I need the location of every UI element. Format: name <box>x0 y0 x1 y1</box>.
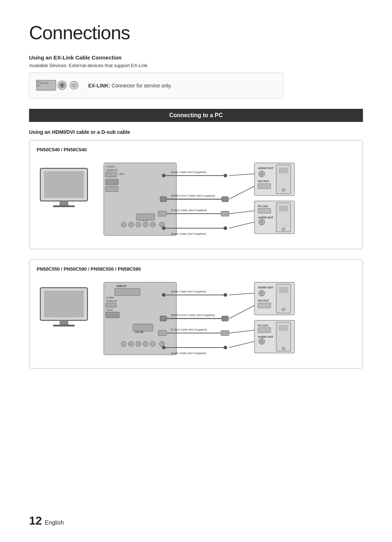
svg-text:DVI OUT: DVI OUT <box>258 299 269 302</box>
svg-rect-38 <box>221 211 229 216</box>
svg-point-84 <box>150 341 155 346</box>
exlink-subtext: Available Devices: External devices that… <box>29 63 363 68</box>
svg-line-62 <box>229 174 254 176</box>
svg-point-6 <box>61 84 63 86</box>
exlink-description: EX-LINK: Connector for service only. <box>88 83 172 89</box>
svg-point-83 <box>143 341 148 346</box>
svg-rect-75 <box>106 303 117 307</box>
svg-point-82 <box>136 341 141 346</box>
svg-point-116 <box>260 340 263 343</box>
svg-text:DVI OUT: DVI OUT <box>258 180 269 183</box>
svg-rect-107 <box>258 303 271 308</box>
svg-point-81 <box>128 341 134 346</box>
svg-line-120 <box>229 293 254 295</box>
svg-rect-12 <box>53 205 75 207</box>
svg-rect-18 <box>106 179 118 185</box>
svg-rect-55 <box>258 208 271 213</box>
svg-point-30 <box>224 174 227 177</box>
svg-point-23 <box>128 222 134 227</box>
svg-rect-16 <box>106 172 117 177</box>
diagram2-box: PN50C550 / PN50C590 / PN58C550 / PN58C59… <box>29 259 363 369</box>
svg-text:PC/DVI: PC/DVI <box>106 165 115 168</box>
svg-point-24 <box>136 222 141 227</box>
diagram2-svg: HDMI IN PC/DVI AUDIO IN 1 DVI PC IN <box>37 277 371 360</box>
svg-text:Audio Cable (Not Supplied): Audio Cable (Not Supplied) <box>171 171 206 174</box>
svg-rect-51 <box>279 168 288 173</box>
svg-text:AUDIO IN: AUDIO IN <box>106 300 117 302</box>
diagram1-title: PN50C540 / PN58C540 <box>37 147 355 152</box>
svg-text:HDMI to DVI Cable (Not Supplie: HDMI to DVI Cable (Not Supplied) <box>171 313 215 317</box>
svg-rect-79 <box>133 324 153 331</box>
svg-point-8 <box>72 83 76 87</box>
svg-text:1 DVI: 1 DVI <box>106 309 113 311</box>
svg-point-29 <box>162 174 166 177</box>
svg-text:AUDIO OUT: AUDIO OUT <box>258 286 274 289</box>
svg-point-47 <box>260 172 263 175</box>
svg-rect-69 <box>53 325 75 327</box>
hdmi-dvi-heading: Using an HDMI/DVI cable or a D-sub cable <box>29 129 363 135</box>
svg-rect-21 <box>136 214 155 220</box>
svg-point-52 <box>282 188 285 192</box>
diagram1-content: PC/DVI AUDIO IN 1 DVI PC IN <box>37 157 355 242</box>
svg-point-110 <box>282 308 285 311</box>
svg-rect-34 <box>222 197 228 202</box>
svg-rect-67 <box>44 291 84 317</box>
svg-text:EX-LINK: EX-LINK <box>40 82 49 84</box>
svg-text:HDMI IN: HDMI IN <box>117 285 126 287</box>
svg-text:Audio Cable (Not Supplied): Audio Cable (Not Supplied) <box>171 232 206 235</box>
diagram1-svg: PC/DVI AUDIO IN 1 DVI PC IN <box>37 157 371 241</box>
svg-point-27 <box>159 222 164 227</box>
svg-line-122 <box>229 330 254 333</box>
svg-point-42 <box>224 226 227 230</box>
svg-text:PC/DVI: PC/DVI <box>106 296 114 299</box>
svg-text:Audio Cable (Not Supplied): Audio Cable (Not Supplied) <box>171 290 206 293</box>
svg-text:HDMI to DVI Cable (Not Supplie: HDMI to DVI Cable (Not Supplied) <box>171 194 215 197</box>
svg-rect-95 <box>158 330 166 336</box>
exlink-svg: EX-LINK <box>36 77 79 95</box>
svg-text:AUDIO OUT: AUDIO OUT <box>258 216 274 219</box>
svg-line-121 <box>229 305 254 319</box>
svg-point-105 <box>260 292 263 295</box>
svg-rect-68 <box>60 320 68 325</box>
page-title: Connections <box>29 22 363 44</box>
svg-point-25 <box>143 222 148 227</box>
svg-rect-91 <box>160 316 167 321</box>
svg-rect-109 <box>279 287 288 293</box>
svg-line-123 <box>229 341 254 348</box>
exlink-section: Using an EX-Link Cable Connection Availa… <box>29 54 363 99</box>
exlink-heading: Using an EX-Link Cable Connection <box>29 54 363 61</box>
svg-point-87 <box>162 293 166 297</box>
connecting-pc-banner: Connecting to a PC <box>29 109 363 122</box>
svg-text:D-Sub Cable (Not Supplied): D-Sub Cable (Not Supplied) <box>171 209 207 212</box>
svg-text:1 DVI: 1 DVI <box>118 173 124 175</box>
exlink-box: EX-LINK EX-LINK: Connector for service o… <box>29 73 283 99</box>
page-language: English <box>45 520 64 526</box>
svg-point-80 <box>121 341 126 346</box>
svg-rect-33 <box>160 197 167 202</box>
page-number-area: 12 English <box>29 514 64 527</box>
svg-text:AUDIO IN: AUDIO IN <box>106 169 118 171</box>
page-number: 12 <box>29 514 42 527</box>
exlink-connector-illustration: EX-LINK <box>36 77 79 95</box>
svg-point-85 <box>159 341 164 346</box>
svg-line-65 <box>229 222 254 228</box>
svg-line-64 <box>229 211 254 214</box>
svg-rect-37 <box>158 211 166 216</box>
svg-rect-113 <box>258 328 271 333</box>
svg-point-99 <box>162 346 166 349</box>
svg-text:Audio Cable (Not Supplied): Audio Cable (Not Supplied) <box>171 352 206 355</box>
svg-rect-77 <box>106 312 119 318</box>
svg-text:PC OUT: PC OUT <box>258 324 269 327</box>
svg-rect-10 <box>44 171 84 198</box>
svg-point-41 <box>162 226 166 230</box>
svg-rect-49 <box>258 184 271 189</box>
svg-text:D-Sub Cable (Not Supplied): D-Sub Cable (Not Supplied) <box>171 328 207 331</box>
svg-rect-96 <box>221 330 229 336</box>
svg-point-88 <box>224 293 227 297</box>
svg-point-26 <box>150 222 155 227</box>
svg-rect-72 <box>115 288 140 296</box>
svg-text:PC OUT: PC OUT <box>258 205 269 208</box>
svg-rect-1 <box>37 81 40 83</box>
diagram2-content: HDMI IN PC/DVI AUDIO IN 1 DVI PC IN <box>37 277 355 362</box>
svg-point-22 <box>121 222 126 227</box>
